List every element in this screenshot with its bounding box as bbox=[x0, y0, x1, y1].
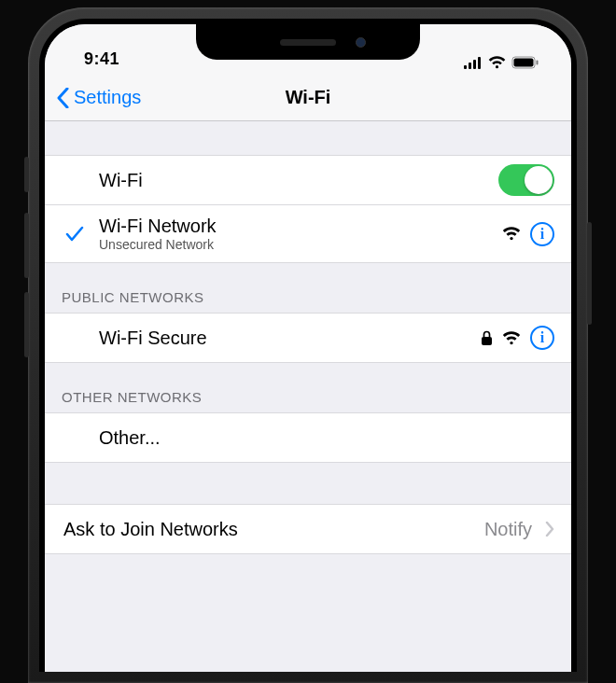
svg-rect-6 bbox=[537, 61, 539, 65]
svg-rect-5 bbox=[514, 59, 534, 67]
other-label: Other... bbox=[99, 427, 554, 449]
public-networks-header: PUBLIC NETWORKS bbox=[45, 263, 571, 313]
wifi-toggle-label: Wi-Fi bbox=[99, 170, 498, 191]
lock-icon bbox=[481, 330, 493, 346]
volume-up-button bbox=[24, 213, 29, 278]
other-networks-header: OTHER NETWORKS bbox=[45, 363, 571, 412]
svg-rect-2 bbox=[473, 60, 476, 69]
mute-switch bbox=[24, 157, 29, 192]
wifi-icon bbox=[488, 56, 506, 69]
ask-to-join-value: Notify bbox=[484, 519, 532, 540]
info-button[interactable]: i bbox=[530, 326, 554, 350]
public-network-row[interactable]: Wi-Fi Secure i bbox=[45, 313, 571, 363]
wifi-signal-icon bbox=[502, 227, 521, 241]
svg-rect-0 bbox=[464, 65, 467, 69]
status-time: 9:41 bbox=[84, 49, 119, 69]
wifi-toggle[interactable] bbox=[498, 164, 554, 196]
wifi-signal-icon bbox=[502, 331, 521, 345]
nav-bar: Settings Wi-Fi bbox=[45, 75, 571, 121]
svg-rect-7 bbox=[482, 337, 492, 345]
back-button[interactable]: Settings bbox=[56, 87, 141, 108]
phone-frame: 9:41 Set bbox=[28, 7, 588, 683]
wifi-toggle-row[interactable]: Wi-Fi bbox=[45, 155, 571, 205]
other-network-row[interactable]: Other... bbox=[45, 412, 571, 463]
current-network-row[interactable]: Wi-Fi Network Unsecured Network i bbox=[45, 205, 571, 263]
svg-rect-1 bbox=[469, 63, 471, 69]
info-button[interactable]: i bbox=[530, 222, 554, 246]
status-icons bbox=[464, 56, 539, 69]
screen: 9:41 Set bbox=[45, 24, 571, 672]
cellular-icon bbox=[464, 57, 483, 69]
back-label: Settings bbox=[74, 87, 141, 108]
ask-to-join-label: Ask to Join Networks bbox=[63, 519, 484, 540]
current-network-subtitle: Unsecured Network bbox=[99, 237, 502, 252]
notch bbox=[196, 24, 420, 60]
ask-to-join-row[interactable]: Ask to Join Networks Notify bbox=[45, 504, 571, 554]
public-network-name: Wi-Fi Secure bbox=[99, 328, 481, 349]
chevron-left-icon bbox=[56, 88, 70, 108]
chevron-right-icon bbox=[545, 522, 554, 537]
battery-icon bbox=[511, 56, 539, 69]
volume-down-button bbox=[24, 292, 29, 357]
power-button bbox=[587, 222, 592, 325]
svg-rect-3 bbox=[478, 57, 481, 69]
current-network-name: Wi-Fi Network bbox=[99, 216, 502, 237]
checkmark-icon bbox=[56, 226, 93, 243]
